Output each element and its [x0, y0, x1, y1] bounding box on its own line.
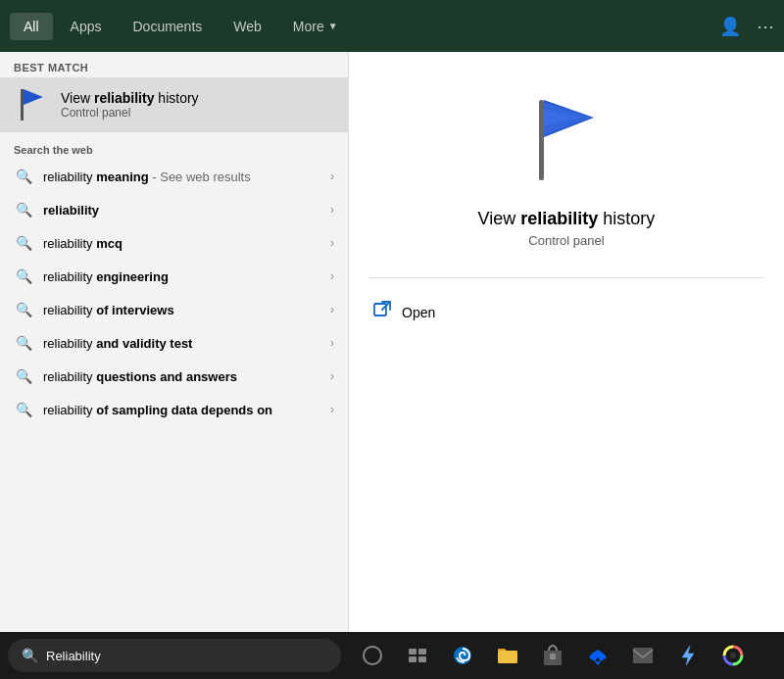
search-icon: 🔍 — [14, 268, 33, 284]
best-match-item[interactable]: View reliability history Control panel — [0, 77, 348, 132]
svg-marker-18 — [595, 661, 601, 665]
svg-rect-0 — [21, 89, 24, 121]
svg-rect-2 — [539, 100, 544, 180]
more-options-icon[interactable]: ⋯ — [757, 16, 774, 37]
svg-marker-20 — [682, 646, 694, 665]
search-item-reliability-qa[interactable]: 🔍 reliability questions and answers › — [0, 360, 348, 393]
account-icon[interactable]: 👤 — [719, 16, 741, 37]
open-action-row[interactable]: Open — [368, 294, 764, 330]
app-icon-area — [508, 81, 625, 199]
file-explorer-button[interactable] — [486, 634, 529, 677]
search-item-text: reliability questions and answers — [43, 369, 320, 384]
search-icon: 🔍 — [14, 235, 33, 251]
search-icon: 🔍 — [14, 202, 33, 218]
search-item-text: reliability meaning - See web results — [43, 170, 320, 184]
search-icon: 🔍 — [14, 368, 33, 384]
svg-rect-7 — [409, 649, 416, 655]
taskbar-search-input[interactable] — [46, 649, 327, 663]
svg-rect-14 — [550, 654, 556, 659]
right-panel-title: View reliability history — [478, 209, 656, 229]
tab-apps[interactable]: Apps — [57, 13, 116, 40]
search-item-reliability-interviews[interactable]: 🔍 reliability of interviews › — [0, 293, 348, 326]
svg-rect-8 — [418, 649, 426, 655]
reliability-large-flag-icon — [527, 96, 606, 184]
chevron-right-icon: › — [330, 303, 334, 316]
svg-rect-12 — [498, 651, 517, 663]
chevron-right-icon: › — [330, 336, 334, 350]
search-icon: 🔍 — [14, 402, 33, 417]
svg-rect-6 — [374, 304, 386, 315]
open-window-icon — [372, 300, 392, 324]
chevron-right-icon: › — [330, 369, 334, 383]
task-switch-icon — [408, 646, 427, 665]
open-label: Open — [402, 305, 435, 320]
taskbar-icons — [351, 634, 755, 677]
top-nav-bar: All Apps Documents Web More ▼ 👤 ⋯ — [0, 0, 784, 52]
edge-browser-button[interactable] — [441, 634, 484, 677]
search-web-label: Search the web — [0, 132, 348, 160]
right-panel: View reliability history Control panel O… — [348, 52, 784, 632]
taskbar-search-bar[interactable]: 🔍 — [8, 639, 341, 672]
search-item-text: reliability mcq — [43, 236, 320, 251]
lightning-icon — [680, 645, 696, 666]
chevron-right-icon: › — [330, 269, 334, 283]
search-item-text: reliability of sampling data depends on — [43, 403, 320, 417]
store-button[interactable] — [531, 634, 574, 677]
top-bar-right: 👤 ⋯ — [719, 16, 774, 37]
chevron-right-icon: › — [330, 170, 334, 183]
svg-marker-1 — [24, 89, 43, 105]
dropbox-button[interactable] — [576, 634, 619, 677]
best-match-title: View reliability history — [61, 90, 334, 106]
taskbar-search-icon: 🔍 — [22, 648, 38, 663]
task-view-button[interactable] — [351, 634, 394, 677]
mail-button[interactable] — [621, 634, 664, 677]
taskbar: 🔍 — [0, 632, 784, 679]
search-icon: 🔍 — [14, 302, 33, 317]
file-explorer-icon — [497, 646, 518, 665]
color-wheel-icon — [722, 645, 744, 666]
search-item-reliability-mcq[interactable]: 🔍 reliability mcq › — [0, 226, 348, 260]
search-item-reliability[interactable]: 🔍 reliability › — [0, 193, 348, 226]
divider — [368, 277, 764, 278]
right-panel-subtitle: Control panel — [528, 233, 604, 248]
search-item-text: reliability engineering — [43, 269, 320, 284]
svg-point-22 — [730, 653, 736, 658]
tab-all[interactable]: All — [10, 13, 53, 40]
chevron-right-icon: › — [330, 236, 334, 250]
edge-icon — [452, 645, 473, 666]
svg-rect-9 — [409, 656, 416, 662]
search-item-text: reliability of interviews — [43, 303, 320, 317]
color-icon-button[interactable] — [711, 634, 755, 677]
tab-more[interactable]: More ▼ — [279, 13, 352, 40]
search-item-reliability-engineering[interactable]: 🔍 reliability engineering › — [0, 260, 348, 293]
search-item-reliability-meaning[interactable]: 🔍 reliability meaning - See web results … — [0, 160, 348, 193]
mail-icon — [632, 647, 654, 664]
quick-access-button[interactable] — [666, 634, 710, 677]
best-match-label: Best match — [0, 52, 348, 77]
search-item-text: reliability — [43, 203, 320, 218]
svg-rect-10 — [418, 656, 426, 662]
store-icon — [543, 645, 563, 666]
best-match-subtitle: Control panel — [61, 106, 334, 120]
search-item-reliability-validity[interactable]: 🔍 reliability and validity test › — [0, 326, 348, 360]
chevron-right-icon: › — [330, 403, 334, 416]
tab-web[interactable]: Web — [220, 13, 275, 40]
main-content: Best match View reliability history Cont… — [0, 52, 784, 632]
best-match-text: View reliability history Control panel — [61, 90, 334, 120]
search-item-reliability-sampling[interactable]: 🔍 reliability of sampling data depends o… — [0, 393, 348, 426]
left-panel: Best match View reliability history Cont… — [0, 52, 348, 632]
dropbox-icon — [587, 645, 609, 666]
reliability-flag-icon — [14, 87, 49, 122]
task-switch-button[interactable] — [396, 634, 439, 677]
tab-documents[interactable]: Documents — [119, 13, 216, 40]
search-item-text: reliability and validity test — [43, 336, 320, 351]
search-icon: 🔍 — [14, 335, 33, 351]
chevron-right-icon: › — [330, 203, 334, 217]
task-view-icon — [363, 646, 382, 665]
search-icon: 🔍 — [14, 169, 33, 184]
svg-rect-19 — [633, 648, 653, 663]
